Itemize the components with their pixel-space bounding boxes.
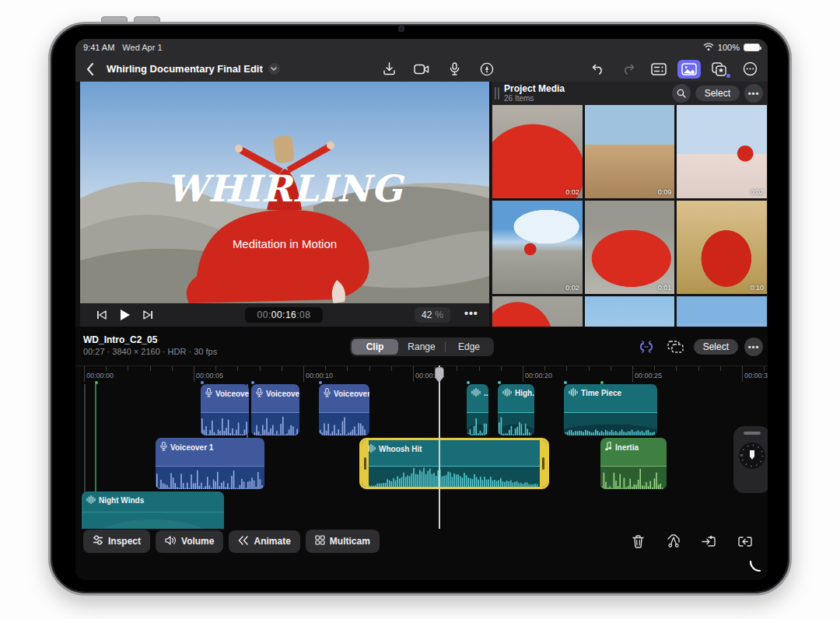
mic-icon — [256, 388, 263, 399]
wave-icon — [86, 495, 96, 505]
dervish-spinning-thumbnail[interactable]: 0:01 — [585, 201, 675, 294]
media-select-button[interactable]: Select — [695, 86, 740, 101]
dervish-red-closeup-thumbnail[interactable]: 0:02 — [492, 105, 583, 198]
clip-label: Voiceover 2 — [266, 390, 299, 398]
clip-connection-dot — [201, 381, 204, 384]
panel-resize-grip[interactable] — [498, 87, 499, 100]
timeline-select-button[interactable]: Select — [694, 339, 738, 355]
clip-duration-badge: 0:02 — [565, 188, 579, 196]
jog-wheel[interactable] — [733, 426, 768, 493]
battery-percent: 100% — [718, 43, 740, 52]
badlands-sky-dancer-thumbnail[interactable]: 0:02 — [492, 201, 583, 294]
edit-mode-edge[interactable]: Edge — [446, 339, 492, 355]
clip-label: Whoosh Hit — [379, 445, 422, 453]
play-button[interactable] — [113, 306, 136, 324]
more-options-icon[interactable] — [738, 60, 761, 79]
back-button[interactable] — [79, 60, 102, 79]
trim-handle-right[interactable] — [540, 440, 547, 487]
media-more-icon[interactable]: ••• — [744, 84, 763, 103]
volume-icon — [165, 536, 177, 547]
timeline-clip-time-piece[interactable]: Time Piece — [564, 384, 657, 435]
inspector-icon[interactable] — [647, 60, 670, 79]
ruler-label: 00:00:10 — [306, 372, 333, 379]
timeline-clip-voiceover-3[interactable]: Voiceover 3 — [319, 384, 369, 435]
button-label: Inspect — [108, 536, 141, 547]
delete-clip-icon[interactable] — [626, 532, 649, 551]
clip-label: Time Piece — [581, 389, 621, 397]
search-icon[interactable] — [672, 84, 691, 103]
ruler-label: 00:00:30 — [744, 372, 768, 379]
media-grid: 0:020:090:020:020:010:10 — [492, 105, 767, 327]
append-edit-icon[interactable] — [733, 532, 757, 551]
multicam-button[interactable]: Multicam — [306, 530, 380, 553]
trim-handle-left[interactable] — [362, 440, 369, 487]
mic-icon — [205, 388, 212, 399]
timeline-clip-voiceover-2[interactable]: Voiceover 2 — [251, 384, 299, 435]
ruler-label: 00:00:25 — [635, 372, 662, 379]
app-toolbar: Whirling Documentary Final Edit — [75, 56, 768, 82]
overwrite-connect-icon[interactable] — [664, 337, 688, 356]
jog-dial[interactable] — [737, 440, 768, 471]
blade-cut-icon[interactable] — [662, 532, 685, 551]
insert-edit-icon[interactable] — [698, 532, 721, 551]
record-camera-icon[interactable] — [410, 60, 433, 79]
multicam-icon — [315, 535, 325, 547]
clip-connection-dot — [95, 381, 98, 384]
clouds-landscape-thumbnail[interactable] — [677, 296, 767, 327]
viewer-more-icon[interactable]: ••• — [464, 307, 478, 320]
edit-mode-clip[interactable]: Clip — [352, 339, 398, 355]
reeds-dancer-thumbnail[interactable]: 0:10 — [677, 201, 767, 294]
ruler-major-tick — [84, 366, 85, 382]
zoom-unit: % — [435, 310, 443, 320]
timeline-clip-name: WD_Intro_C2_05 — [83, 334, 157, 345]
timeline-clip-high[interactable]: High... — [498, 384, 534, 435]
badlands-walk-thumbnail[interactable] — [492, 296, 583, 327]
page: 9:41 AM Wed Apr 1 100% Whirling Document… — [0, 0, 840, 619]
timeline-more-icon[interactable]: ••• — [744, 337, 763, 356]
button-label: Animate — [254, 536, 290, 547]
timeline-clip-night-winds[interactable]: Night Winds — [82, 491, 224, 529]
hat-closeup-thumbnail[interactable] — [585, 296, 675, 327]
edit-mode-range[interactable]: Range — [398, 339, 445, 355]
inspect-button[interactable]: Inspect — [83, 530, 150, 553]
button-label: Volume — [181, 536, 214, 547]
timeline-clip-info: 00:27 · 3840 × 2160 · HDR · 30 fps — [83, 347, 217, 356]
skip-forward-icon[interactable] — [136, 306, 159, 324]
snapping-icon[interactable] — [635, 337, 658, 356]
viewer-zoom-control[interactable]: 42% — [415, 307, 450, 323]
timecode-display[interactable]: 00:00:16:08 — [245, 307, 323, 323]
timeline-clip-whoosh-hit[interactable]: Whoosh Hit — [359, 438, 549, 489]
jog-grab-bar[interactable] — [744, 432, 761, 435]
clip-label: ... — [484, 389, 488, 397]
pencil-tool-icon[interactable] — [475, 60, 499, 79]
microphone-icon[interactable] — [443, 60, 466, 79]
project-menu-chevron-icon[interactable] — [268, 63, 280, 75]
volume-button[interactable]: Volume — [156, 530, 223, 553]
clip-connection-dot — [319, 381, 322, 384]
import-icon[interactable] — [377, 60, 401, 79]
effects-icon[interactable] — [708, 60, 731, 79]
timecode-frames: :08 — [296, 310, 310, 320]
timeline-clip-voiceover-2[interactable]: Voiceover 2 — [201, 384, 249, 435]
timeline-clip-[interactable]: ... — [467, 384, 488, 435]
animate-button[interactable]: Animate — [229, 530, 299, 553]
clip-label: Night Winds — [99, 496, 144, 505]
rock-formations-thumbnail[interactable]: 0:09 — [585, 105, 675, 198]
battery-icon — [744, 44, 760, 51]
status-time: 9:41 AM — [83, 43, 114, 52]
undo-icon[interactable] — [586, 60, 610, 79]
redo-icon — [617, 60, 640, 79]
timeline-clip-voiceover-1[interactable]: Voiceover 1 — [156, 438, 264, 489]
timeline-ruler[interactable]: 00:00:0000:00:0500:00:1000:00:1500:00:20… — [75, 365, 768, 384]
clip-connection-dot — [498, 381, 501, 384]
video-viewer[interactable]: WHIRLING Meditation in Motion — [80, 82, 489, 303]
clip-waveform — [498, 412, 534, 435]
media-browser-icon[interactable] — [677, 60, 701, 79]
panel-resize-grip[interactable] — [495, 87, 496, 100]
clip-connection-dot — [467, 381, 470, 384]
salt-flat-dancer-thumbnail[interactable]: 0:02 — [677, 105, 767, 198]
clip-waveform — [251, 412, 299, 435]
skip-back-icon[interactable] — [89, 306, 113, 324]
playhead-line[interactable] — [439, 365, 440, 529]
timeline-clip-inertia[interactable]: Inertia — [600, 438, 667, 489]
